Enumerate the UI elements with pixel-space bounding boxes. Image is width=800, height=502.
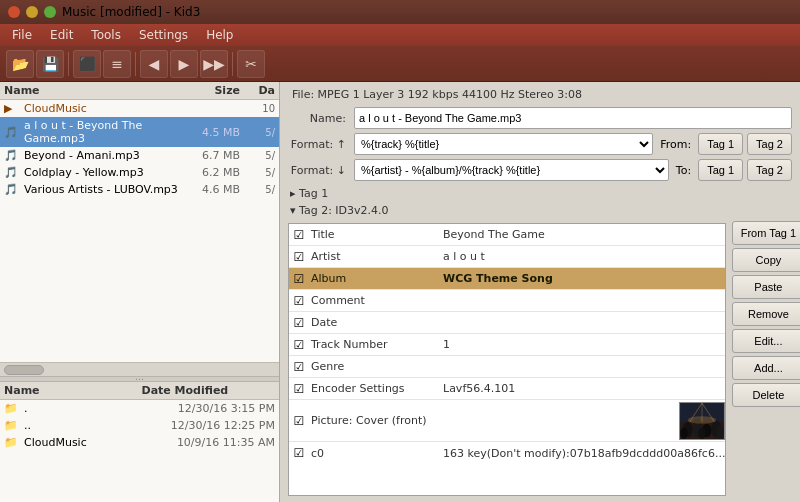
format1-select[interactable]: %{track} %{title} xyxy=(354,133,653,155)
tag-checkbox-genre[interactable]: ☑ xyxy=(289,360,309,374)
prev-button[interactable]: ◀ xyxy=(140,50,168,78)
tag-row-title[interactable]: ☑ Title Beyond The Game xyxy=(289,224,725,246)
tag2-section-text: ▾ Tag 2: ID3v2.4.0 xyxy=(290,204,389,217)
menu-settings[interactable]: Settings xyxy=(131,26,196,44)
tag-row-artist[interactable]: ☑ Artist a l o u t xyxy=(289,246,725,268)
play-button[interactable]: ▶▶ xyxy=(200,50,228,78)
tag-checkbox-title[interactable]: ☑ xyxy=(289,228,309,242)
menu-help[interactable]: Help xyxy=(198,26,241,44)
cut-button[interactable]: ✂ xyxy=(237,50,265,78)
stop-button[interactable]: ⬛ xyxy=(73,50,101,78)
list-item[interactable]: 📁 . 12/30/16 3:15 PM xyxy=(0,400,279,417)
item-size: 6.7 MB xyxy=(185,149,240,162)
list-item[interactable]: 🎵 Beyond - Amani.mp3 6.7 MB 5/ xyxy=(0,147,279,164)
svg-point-6 xyxy=(681,427,689,438)
tag-checkbox-comment[interactable]: ☑ xyxy=(289,294,309,308)
tag-section: ☑ Title Beyond The Game ☑ Artist a l o u… xyxy=(288,221,792,496)
minimize-button[interactable] xyxy=(26,6,38,18)
tag-value-album: WCG Theme Song xyxy=(439,272,725,285)
horizontal-scrollbar[interactable] xyxy=(0,362,279,376)
from-tag1-button[interactable]: From Tag 1 xyxy=(732,221,800,245)
tag-checkbox-artist[interactable]: ☑ xyxy=(289,250,309,264)
copy-button[interactable]: Copy xyxy=(732,248,800,272)
tag-row-comment[interactable]: ☑ Comment xyxy=(289,290,725,312)
item-size: 4.6 MB xyxy=(185,183,240,196)
delete-button[interactable]: Delete xyxy=(732,383,800,407)
item-name: . xyxy=(24,402,174,415)
item-date: 5/ xyxy=(240,167,275,178)
item-name: CloudMusic xyxy=(24,102,240,115)
tag1-section-label[interactable]: ▸ Tag 1 xyxy=(288,187,792,200)
list-item[interactable]: 🎵 Coldplay - Yellow.mp3 6.2 MB 5/ xyxy=(0,164,279,181)
size-column-header: Size xyxy=(185,84,240,97)
format1-tag1-button[interactable]: Tag 1 xyxy=(698,133,743,155)
format1-label: Format: ↑ xyxy=(288,138,350,151)
tag-row-picture[interactable]: ☑ Picture: Cover (front) xyxy=(289,400,725,442)
paste-button[interactable]: Paste xyxy=(732,275,800,299)
menu-file[interactable]: File xyxy=(4,26,40,44)
bottom-file-list: Name Date Modified 📁 . 12/30/16 3:15 PM … xyxy=(0,382,279,502)
name-row: Name: xyxy=(288,107,792,129)
close-button[interactable] xyxy=(8,6,20,18)
action-buttons-panel: From Tag 1 Copy Paste Remove Edit... Add… xyxy=(732,221,800,496)
format2-tag2-button[interactable]: Tag 2 xyxy=(747,159,792,181)
tag-row-track[interactable]: ☑ Track Number 1 xyxy=(289,334,725,356)
item-date: 5/ xyxy=(240,127,275,138)
item-size: 4.5 MB xyxy=(185,126,240,139)
tag-row-genre[interactable]: ☑ Genre xyxy=(289,356,725,378)
tag-value-title: Beyond The Game xyxy=(439,228,725,241)
tag-checkbox-date[interactable]: ☑ xyxy=(289,316,309,330)
file-info-bar: File: MPEG 1 Layer 3 192 kbps 44100 Hz S… xyxy=(288,88,792,101)
audio-file-icon: 🎵 xyxy=(4,183,20,196)
list-item[interactable]: ▶ CloudMusic 10 xyxy=(0,100,279,117)
tag-row-c0[interactable]: ☑ c0 163 key(Don't modify):07b18afb9dcdd… xyxy=(289,442,725,464)
add-button[interactable]: Add... xyxy=(732,356,800,380)
tag-name-artist: Artist xyxy=(309,250,439,263)
tag-checkbox-album[interactable]: ☑ xyxy=(289,272,309,286)
remove-button[interactable]: Remove xyxy=(732,302,800,326)
scrollbar-thumb[interactable] xyxy=(4,365,44,375)
list-item[interactable]: 🎵 a l o u t - Beyond The Game.mp3 4.5 MB… xyxy=(0,117,279,147)
folder-icon: 📁 xyxy=(4,436,20,449)
tag-checkbox-encoder[interactable]: ☑ xyxy=(289,382,309,396)
tag-name-title: Title xyxy=(309,228,439,241)
format2-tag1-button[interactable]: Tag 1 xyxy=(698,159,743,181)
name-input[interactable] xyxy=(354,107,792,129)
maximize-button[interactable] xyxy=(44,6,56,18)
menu-edit[interactable]: Edit xyxy=(42,26,81,44)
tag-value-encoder: Lavf56.4.101 xyxy=(439,382,725,395)
list-item[interactable]: 📁 CloudMusic 10/9/16 11:35 AM xyxy=(0,434,279,451)
to-label: To: xyxy=(673,164,694,177)
tag-name-encoder: Encoder Settings xyxy=(309,382,439,395)
tag-row-date[interactable]: ☑ Date xyxy=(289,312,725,334)
tag-checkbox-c0[interactable]: ☑ xyxy=(289,446,309,460)
tag-checkbox-track[interactable]: ☑ xyxy=(289,338,309,352)
tag-name-comment: Comment xyxy=(309,294,439,307)
menu-tools[interactable]: Tools xyxy=(83,26,129,44)
tag-row-album[interactable]: ☑ Album WCG Theme Song xyxy=(289,268,725,290)
edit-button[interactable]: Edit... xyxy=(732,329,800,353)
save-button[interactable]: 💾 xyxy=(36,50,64,78)
name-column-header: Name xyxy=(4,84,185,97)
file-list: Name Size Da ▶ CloudMusic 10 🎵 a l o u t… xyxy=(0,82,279,362)
list-item[interactable]: 📁 .. 12/30/16 12:25 PM xyxy=(0,417,279,434)
format2-select[interactable]: %{artist} - %{album}/%{track} %{title} xyxy=(354,159,669,181)
tag2-section-label[interactable]: ▾ Tag 2: ID3v2.4.0 xyxy=(288,204,792,217)
playlist-button[interactable]: ≡ xyxy=(103,50,131,78)
folder-icon: 📁 xyxy=(4,419,20,432)
item-date: 10/9/16 11:35 AM xyxy=(177,436,275,449)
format1-row: Format: ↑ %{track} %{title} From: Tag 1 … xyxy=(288,133,792,155)
tag-name-picture: Picture: Cover (front) xyxy=(309,414,439,427)
svg-point-12 xyxy=(688,416,716,424)
folder-icon: 📁 xyxy=(4,402,20,415)
format1-tag2-button[interactable]: Tag 2 xyxy=(747,133,792,155)
open-folder-button[interactable]: 📂 xyxy=(6,50,34,78)
list-item[interactable]: 🎵 Various Artists - LUBOV.mp3 4.6 MB 5/ xyxy=(0,181,279,198)
next-button[interactable]: ▶ xyxy=(170,50,198,78)
tag-value-c0: 163 key(Don't modify):07b18afb9dcddd00a8… xyxy=(439,447,725,460)
folder-expand-icon: ▶ xyxy=(4,102,20,115)
tag-checkbox-picture[interactable]: ☑ xyxy=(289,414,309,428)
item-date: 12/30/16 3:15 PM xyxy=(178,402,275,415)
tag-row-encoder[interactable]: ☑ Encoder Settings Lavf56.4.101 xyxy=(289,378,725,400)
format2-row: Format: ↓ %{artist} - %{album}/%{track} … xyxy=(288,159,792,181)
